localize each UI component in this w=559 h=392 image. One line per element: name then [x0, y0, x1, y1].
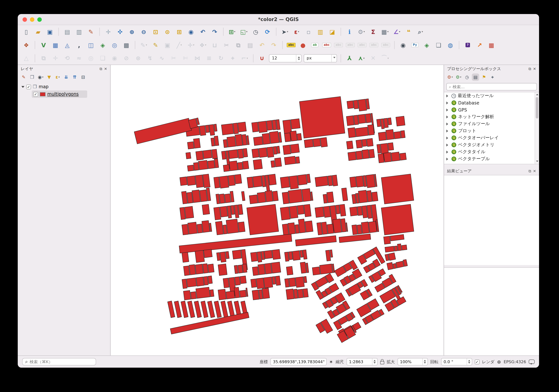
toolbox-item-2[interactable]: QDatabase [444, 99, 539, 106]
expander-icon[interactable] [446, 143, 450, 146]
toolbox-item-8[interactable]: Qベクタジオメトリ [444, 141, 539, 148]
render-checkbox[interactable]: ✓ [475, 359, 479, 364]
dropdown-arrow-icon[interactable]: ▾ [298, 30, 299, 33]
temporal-controller-panel-icon[interactable]: ◷ [251, 27, 261, 36]
models-icon[interactable]: ⚙▾ [446, 73, 454, 81]
python-console-icon[interactable]: Py [410, 40, 420, 50]
locator-settings-icon[interactable]: ⌕▾ [416, 27, 425, 36]
toolbox-search-input[interactable] [453, 84, 534, 89]
dropdown-arrow-icon[interactable]: ▾ [42, 76, 43, 79]
close-panel-icon[interactable]: ✕ [533, 67, 536, 71]
rotate-point-symbols-icon[interactable]: ↻ [216, 53, 226, 63]
trim-extend-icon[interactable]: ⌐▾ [240, 53, 249, 63]
toolbox-item-7[interactable]: Qベクタオーバーレイ [444, 134, 539, 141]
open-layer-styling-panel-icon[interactable]: ✎ [20, 73, 27, 81]
expander-icon[interactable] [446, 122, 450, 125]
toolbox-item-9[interactable]: Qベクタタイル [444, 148, 539, 155]
add-part-icon[interactable]: ❏ [98, 53, 108, 63]
history-icon[interactable]: ◷ [463, 73, 471, 81]
manage-map-themes-icon[interactable]: ◉▾ [37, 73, 44, 81]
snapping-on-intersection-icon[interactable]: ⋏▾ [356, 53, 366, 63]
crs-label[interactable]: EPSG:4326 [503, 359, 526, 364]
float-panel-icon[interactable]: ⧉ [529, 67, 531, 71]
change-label-icon[interactable]: abc [322, 40, 331, 50]
messages-icon[interactable] [529, 359, 535, 364]
layer-diagram-icon[interactable]: ● [298, 40, 308, 50]
zoom-next-icon[interactable]: ↷ [210, 27, 219, 36]
globe-tool-icon[interactable]: ◍ [446, 40, 455, 50]
merge-features-icon[interactable]: ⋈ [193, 53, 202, 63]
expander-icon[interactable] [446, 94, 450, 97]
split-parts-icon[interactable]: ✄ [181, 53, 190, 63]
new-3d-map-view-icon[interactable]: ◱▾ [239, 27, 249, 36]
dropdown-arrow-icon[interactable]: ▾ [246, 30, 248, 33]
rotate-features-icon[interactable]: ⟲ [62, 53, 72, 63]
scripts-icon[interactable]: ⚙▾ [455, 73, 462, 81]
toolbox-item-6[interactable]: Qプロット [444, 127, 539, 134]
raster-edit-tool-icon[interactable]: ▦ [487, 40, 496, 50]
move-feature-icon[interactable]: ✛▾ [186, 40, 196, 50]
expander-icon[interactable] [446, 115, 450, 118]
digitize-with-segment-icon[interactable]: ╱▾ [174, 40, 184, 50]
offset-curve-icon[interactable]: ∿ [157, 53, 167, 63]
pan-map-icon[interactable]: ✛ [103, 27, 113, 36]
go-to-arrow-icon[interactable]: ↗ [475, 40, 484, 50]
refresh-map-icon[interactable]: ⟳ [263, 27, 272, 36]
expander-icon[interactable] [446, 157, 450, 160]
zoom-native-resolution-icon[interactable]: ◉ [186, 27, 196, 36]
zoom-last-icon[interactable]: ↶ [198, 27, 208, 36]
copy-features-icon[interactable]: ⧉ [233, 40, 243, 50]
snapping-unit-combo[interactable]: px [304, 54, 337, 62]
enable-tracing-icon[interactable]: ⌒▾ [380, 53, 390, 63]
layer-label[interactable]: multipolygons [47, 91, 79, 97]
save-project-icon[interactable]: ▣ [45, 27, 55, 36]
group-label[interactable]: map [39, 84, 49, 89]
move-features-icon[interactable]: ✛ [51, 53, 60, 63]
dropdown-arrow-icon[interactable]: ▾ [387, 30, 389, 33]
split-features-icon[interactable]: ✂ [169, 53, 178, 63]
results-viewer-icon[interactable]: ▤ [472, 73, 479, 81]
dropdown-arrow-icon[interactable]: ▾ [387, 57, 389, 60]
topological-editing-icon[interactable]: ⅄ [345, 53, 354, 63]
open-data-source-manager-icon[interactable]: ❖ [21, 40, 31, 50]
show-hidden-labels-icon[interactable]: abc [345, 40, 355, 50]
statusbar-search-input[interactable] [30, 359, 93, 364]
collapse-all-icon[interactable]: ⇈ [71, 73, 78, 81]
dropdown-arrow-icon[interactable]: ▾ [460, 76, 461, 79]
reshape-features-icon[interactable]: ↯ [145, 53, 155, 63]
filter-legend-icon[interactable]: ▼ [46, 73, 53, 81]
scrollbar-track[interactable] [535, 96, 539, 160]
avoid-overlap-icon[interactable]: ✕ [368, 53, 378, 63]
edit-features-in-place-icon[interactable]: ⚑ [480, 73, 488, 81]
snapping-tolerance-steppers[interactable] [296, 54, 301, 62]
lock-scale-icon[interactable] [380, 361, 384, 364]
enable-snapping-icon[interactable]: ∪ [257, 53, 267, 63]
new-project-icon[interactable]: ▯ [21, 27, 31, 36]
pan-to-selection-icon[interactable]: ✜ [115, 27, 125, 36]
toggle-editing-icon[interactable]: ✎ [151, 40, 160, 50]
rotate-label-icon[interactable]: abc [369, 40, 379, 50]
toolbox-item-5[interactable]: Qファイルツール [444, 120, 539, 127]
toolbox-scrollbar[interactable] [535, 92, 539, 164]
magnifier-spinbox[interactable]: 100% [397, 358, 428, 365]
close-panel-icon[interactable]: ✕ [104, 67, 107, 71]
invert-selection-icon[interactable]: ◪ [327, 27, 337, 36]
dropdown-arrow-icon[interactable]: ▾ [193, 44, 194, 46]
dropdown-arrow-icon[interactable]: ▾ [234, 30, 235, 33]
delete-ring-icon[interactable]: ⊘ [121, 53, 131, 63]
add-group-icon[interactable]: ❒ [28, 73, 36, 81]
offset-point-symbols-icon[interactable]: ⌖ [228, 53, 238, 63]
fill-ring-icon[interactable]: ◉ [110, 53, 119, 63]
float-panel-icon[interactable]: ⧉ [100, 67, 102, 71]
statistics-panel-icon[interactable]: Σ [368, 27, 378, 36]
metasearch-icon[interactable]: ◉ [398, 40, 408, 50]
labeling-single-icon[interactable]: ab [310, 40, 320, 50]
open-project-icon[interactable]: ▰ [33, 27, 43, 36]
paste-features-icon[interactable]: ▤ [245, 40, 255, 50]
merge-attributes-icon[interactable]: ≡ [204, 53, 214, 63]
dropdown-arrow-icon[interactable]: ▾ [363, 57, 364, 60]
dropdown-arrow-icon[interactable]: ▾ [363, 30, 365, 33]
expander-icon[interactable] [446, 136, 450, 139]
style-manager-icon[interactable]: ✎ [86, 27, 96, 36]
layer-row[interactable]: ✓ multipolygons [32, 90, 87, 98]
